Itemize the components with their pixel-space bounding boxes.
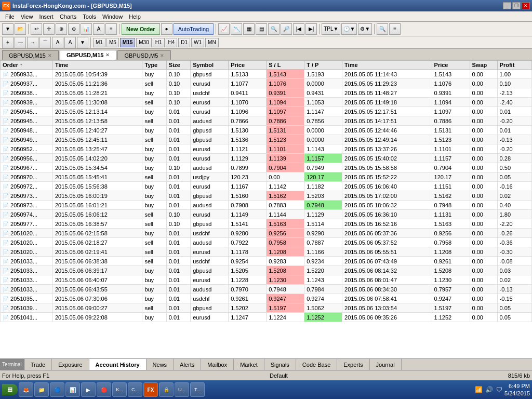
toolbar-extra-btn[interactable]: ≡	[389, 23, 401, 35]
col-header-profit[interactable]: Profit	[497, 61, 531, 70]
taskbar-app2-btn[interactable]: C...	[128, 382, 142, 397]
tf-m30[interactable]: M30	[136, 38, 151, 47]
tf-line-btn[interactable]: —	[15, 37, 26, 48]
chart-tab-2[interactable]: GBPUSD,M15 ✕	[60, 50, 117, 60]
tf-m5[interactable]: M5	[107, 38, 119, 47]
bottom-tab-trade[interactable]: Trade	[24, 359, 52, 370]
taskbar-app4-btn[interactable]: U...	[175, 382, 189, 397]
restore-button[interactable]: ❐	[512, 2, 521, 9]
close-button[interactable]: ✕	[522, 2, 530, 9]
cell-symbol: usdchf	[191, 294, 229, 303]
toolbar-new-btn[interactable]: ▼	[2, 23, 14, 35]
menu-help[interactable]: Help	[126, 12, 144, 21]
taskbar-app3-btn[interactable]: 🔒	[159, 382, 174, 397]
tf-add-btn[interactable]: +	[2, 37, 14, 48]
toolbar-undo-btn[interactable]: ↩	[31, 23, 42, 35]
cell-price: 1.1167	[229, 182, 267, 191]
toolbar-zoom-btn[interactable]: 🔍	[268, 23, 280, 35]
tf-mn[interactable]: MN	[205, 38, 219, 47]
toolbar-chart-btn1[interactable]: 📈	[218, 23, 230, 35]
menu-tools[interactable]: Tools	[79, 12, 99, 21]
menu-window[interactable]: Window	[99, 12, 126, 21]
tf-more-btn[interactable]: ▼	[77, 37, 88, 48]
toolbar-circle-btn[interactable]: ●	[161, 23, 172, 35]
cell-price2: 0.7957	[432, 285, 470, 294]
taskbar-firefox-btn[interactable]: 🦊	[19, 382, 33, 397]
taskbar-excel-btn[interactable]: 📊	[65, 382, 80, 397]
new-order-button[interactable]: New Order	[122, 23, 160, 35]
tf-w1[interactable]: W1	[191, 38, 204, 47]
toolbar-properties-btn[interactable]: 📊	[81, 23, 92, 35]
chart-tab-1[interactable]: GBPUSD,M15 ✕	[2, 50, 59, 60]
tf-h1[interactable]: H1	[153, 38, 165, 47]
start-button[interactable]: ⊞	[2, 384, 18, 395]
tf-m15[interactable]: M15	[120, 38, 135, 47]
chart-tab-3[interactable]: GBPUSD,M5 ✕	[117, 50, 171, 60]
cell-price: 1.1149	[229, 210, 267, 219]
menu-file[interactable]: File	[2, 12, 18, 21]
cell-price2: 0.7886	[432, 116, 470, 126]
tf-arrow-btn[interactable]: →	[27, 37, 38, 48]
bottom-tab-experts[interactable]: Experts	[337, 359, 369, 370]
taskbar-app1-btn[interactable]: K...	[112, 382, 127, 397]
toolbar-tpl-btn[interactable]: TPL▼	[322, 23, 340, 35]
toolbar-zoom-out-btn[interactable]: ⊖	[68, 23, 79, 35]
toolbar-clock-btn[interactable]: 🕐▼	[341, 23, 357, 35]
col-header-time[interactable]: Time	[52, 61, 142, 70]
bottom-tab-account-history[interactable]: Account History	[89, 359, 147, 370]
tf-font-btn[interactable]: A	[64, 37, 76, 48]
col-header-time2[interactable]: Time	[342, 61, 432, 70]
menu-insert[interactable]: Insert	[36, 12, 57, 21]
taskbar-fx-btn[interactable]: FX	[143, 382, 158, 397]
toolbar-zoom-in-btn[interactable]: ⊕	[56, 23, 67, 35]
col-header-tp[interactable]: T / P	[304, 61, 342, 70]
chart-tab-1-close[interactable]: ✕	[48, 53, 52, 58]
toolbar-chart-btn3[interactable]: ▦	[243, 23, 255, 35]
toolbar-chart-btn2[interactable]: 📉	[231, 23, 242, 35]
toolbar-settings-btn[interactable]: ⚙▼	[358, 23, 372, 35]
col-header-swap[interactable]: Swap	[470, 61, 497, 70]
toolbar-nav-btn1[interactable]: |◀	[293, 23, 304, 35]
toolbar-indicator-btn[interactable]: ≡	[105, 23, 117, 35]
bottom-tab-alerts[interactable]: Alerts	[174, 359, 201, 370]
autotrading-button[interactable]: AutoTrading	[174, 23, 214, 35]
taskbar-folder-btn[interactable]: 📁	[34, 382, 49, 397]
col-header-symbol[interactable]: Symbol	[191, 61, 229, 70]
bottom-tab-exposure[interactable]: Exposure	[52, 359, 89, 370]
bottom-tab-journal[interactable]: Journal	[370, 359, 402, 370]
tf-h4[interactable]: H4	[166, 38, 178, 47]
bottom-tab-mailbox[interactable]: Mailbox	[201, 359, 234, 370]
menu-charts[interactable]: Charts	[57, 12, 79, 21]
bottom-tab-codebases[interactable]: Code Base	[296, 359, 337, 370]
col-header-size[interactable]: Size	[166, 61, 190, 70]
tf-m1[interactable]: M1	[93, 38, 105, 47]
col-header-sl[interactable]: S / L	[267, 61, 304, 70]
toolbar-chart-btn4[interactable]: ▤	[256, 23, 267, 35]
toolbar-search-btn[interactable]: 🔍	[377, 23, 388, 35]
chart-tab-2-close[interactable]: ✕	[105, 52, 110, 58]
col-header-order[interactable]: Order ↑	[1, 61, 53, 70]
col-header-price[interactable]: Price	[229, 61, 267, 70]
taskbar-app5-btn[interactable]: T...	[190, 382, 205, 397]
tf-text-btn[interactable]: A	[52, 37, 63, 48]
toolbar-crosshair-btn[interactable]: ✛	[43, 23, 55, 35]
toolbar-open-btn[interactable]: 📂	[15, 23, 26, 35]
toolbar-zoom-btn2[interactable]: 🔎	[281, 23, 292, 35]
bottom-tab-signals[interactable]: Signals	[264, 359, 296, 370]
bottom-tab-news[interactable]: News	[147, 359, 174, 370]
col-header-type[interactable]: Type	[142, 61, 166, 70]
col-header-price2[interactable]: Price	[432, 61, 470, 70]
toolbar-nav-btn2[interactable]: ▶|	[305, 23, 317, 35]
tf-curve-btn[interactable]: ⌒	[39, 37, 51, 48]
toolbar-font-btn[interactable]: A	[93, 23, 104, 35]
bottom-tab-market[interactable]: Market	[234, 359, 264, 370]
history-table-container[interactable]: Order ↑ Time Type Size Symbol Price S / …	[0, 60, 532, 358]
menu-view[interactable]: View	[18, 12, 36, 21]
taskbar-chrome-btn[interactable]: 🔴	[97, 382, 111, 397]
cell-time: 2015.05.05 12:45:11	[52, 135, 142, 144]
chart-tab-3-close[interactable]: ✕	[160, 53, 164, 58]
tf-d1[interactable]: D1	[178, 38, 190, 47]
minimize-button[interactable]: _	[503, 2, 511, 9]
taskbar-ie-btn[interactable]: 🔵	[50, 382, 64, 397]
taskbar-media-btn[interactable]: ▶	[81, 382, 96, 397]
